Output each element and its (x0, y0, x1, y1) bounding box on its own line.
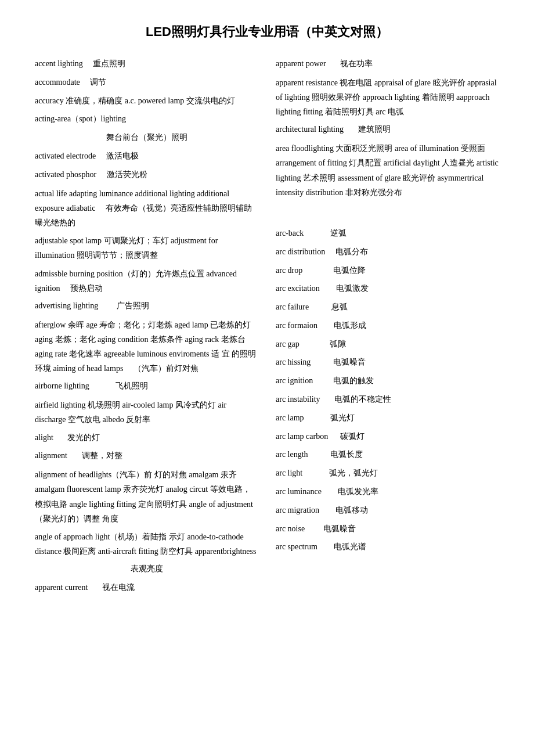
term-en: arc lamp (276, 413, 304, 422)
term-en: arc instability (276, 395, 320, 404)
term-zh: 息弧 (331, 303, 348, 311)
list-item: actual life adapting luminance additiona… (35, 186, 258, 231)
list-item: arc lamp 弧光灯 (276, 411, 499, 425)
list-item: arc formaion 电弧形成 (276, 319, 499, 333)
list-item: airfield lighting 机场照明 air-cooled lamp 风… (35, 398, 258, 427)
list-item: architectural lighting 建筑照明 (276, 123, 499, 136)
term-en: arc distribution (276, 247, 325, 256)
term-en: arc length (276, 450, 308, 459)
list-item: afterglow 余晖 age 寿命；老化；灯老炼 aged lamp 已老炼… (35, 318, 258, 376)
term-zh: 电弧形成 (334, 321, 366, 330)
term-zh: 调节 (90, 78, 106, 87)
term-zh: 调整，对整 (82, 451, 122, 460)
term-zh: 视在功率 (340, 59, 373, 68)
list-item: arc failure 息弧 (276, 300, 499, 314)
term-en: accent lighting (35, 59, 83, 68)
term-en: arc lamp carbon (276, 432, 328, 441)
term-zh: 电弧光谱 (334, 542, 366, 551)
right-column: apparent power 视在功率 apparent resistance … (276, 57, 499, 599)
list-item: alignment of headlights（汽车）前 灯的对焦 amalga… (35, 467, 258, 526)
term-zh: 舞台前台（聚光）照明 (106, 133, 187, 142)
term-zh: 电弧激发 (336, 284, 369, 293)
spacer (276, 203, 499, 226)
term-en: apparent current (35, 583, 88, 592)
term-zh: （汽车）前灯对焦 (134, 364, 199, 373)
term-zh: 重点照明 (93, 59, 125, 68)
list-item: arc light 弧光，弧光灯 (276, 466, 499, 480)
term-en: arc hissing (276, 358, 311, 366)
term-zh: 发光的灯 (67, 433, 100, 442)
term-en: arc luminance (276, 487, 322, 496)
term-zh: 电弧位降 (333, 266, 366, 275)
term-en: advertising lighting (35, 301, 98, 310)
term-zh: 建筑照明 (358, 125, 391, 134)
term-en: arc gap (276, 340, 300, 348)
term-en: airborne lighting (35, 381, 89, 390)
list-item: advertising lighting 广告照明 (35, 299, 258, 313)
term-zh: 激活荧光粉 (107, 170, 147, 179)
term-en: arc ignition (276, 376, 313, 385)
list-item: airborne lighting 飞机照明 (35, 379, 258, 393)
term-block: apparent resistance 视在电阻 appraisal of gl… (276, 78, 497, 116)
term-zh: 弧光灯 (330, 413, 355, 422)
list-item: arc hissing 电弧噪音 (276, 355, 499, 369)
term-block: alignment of headlights（汽车）前 灯的对焦 amalga… (35, 470, 253, 523)
list-item: 舞台前台（聚光）照明 (35, 131, 258, 145)
term-en: alight (35, 433, 53, 442)
list-item: apparent resistance 视在电阻 appraisal of gl… (276, 75, 499, 120)
list-item: alight 发光的灯 (35, 431, 258, 445)
list-item: apparent current 视在电流 (35, 581, 258, 595)
term-block: admissble burning position（灯的）允许燃点位置 adv… (35, 269, 237, 293)
term-en: activated phosphor (35, 170, 96, 179)
term-zh: 电弧噪音 (333, 358, 366, 366)
term-zh: 视在电流 (102, 583, 135, 592)
list-item: arc length 电弧长度 (276, 448, 499, 462)
term-en: arc light (276, 469, 302, 477)
list-item: activated electrode 激活电极 (35, 149, 258, 163)
list-item: arc migration 电弧移动 (276, 503, 499, 517)
term-block: adjustable spot lamp 可调聚光灯；车灯 adjustment… (35, 236, 218, 260)
term-zh: 电弧移动 (335, 506, 368, 514)
list-item: apparent power 视在功率 (276, 57, 499, 71)
term-zh: 电弧发光率 (338, 487, 378, 496)
term-en: accuracy 准确度，精确度 a.c. powered lamp 交流供电的… (35, 96, 235, 105)
list-item: admissble burning position（灯的）允许燃点位置 adv… (35, 267, 258, 296)
list-item: arc excitation 电弧激发 (276, 282, 499, 296)
term-en: arc migration (276, 506, 319, 514)
list-item: 表观亮度 (35, 562, 258, 576)
term-zh: 弧隙 (330, 340, 346, 348)
term-zh: 弧光，弧光灯 (329, 469, 378, 477)
list-item: arc ignition 电弧的触发 (276, 374, 499, 388)
list-item: alignment 调整，对整 (35, 449, 258, 463)
term-block: angle of approach light（机场）着陆指 示灯 anode-… (35, 532, 256, 556)
list-item: arc spectrum 电弧光谱 (276, 540, 499, 554)
term-en: arc failure (276, 303, 309, 311)
term-zh: 表观亮度 (131, 564, 163, 573)
list-item: arc distribution 电弧分布 (276, 245, 499, 259)
term-en: arc formaion (276, 321, 317, 330)
term-en: arc spectrum (276, 542, 317, 551)
term-zh: 电弧噪音 (323, 524, 356, 533)
term-en: accommodate (35, 78, 80, 87)
term-en: acting-area（spot）lighting (35, 114, 126, 123)
term-zh: 逆弧 (330, 229, 347, 237)
list-item: angle of approach light（机场）着陆指 示灯 anode-… (35, 530, 258, 559)
list-item: arc noise 电弧噪音 (276, 522, 499, 536)
list-item: arc luminance 电弧发光率 (276, 485, 499, 499)
list-item: arc gap 弧隙 (276, 337, 499, 351)
term-zh: 飞机照明 (116, 381, 148, 390)
list-item: arc lamp carbon 碳弧灯 (276, 430, 499, 444)
term-zh: 电弧长度 (330, 450, 363, 459)
list-item: accuracy 准确度，精确度 a.c. powered lamp 交流供电的… (35, 94, 258, 108)
term-zh: 电弧的触发 (333, 376, 374, 385)
content-wrapper: accent lighting 重点照明 accommodate 调节 accu… (35, 57, 499, 599)
page-title: LED照明灯具行业专业用语（中英文对照） (35, 23, 499, 41)
term-en: architectural lighting (276, 125, 344, 134)
term-zh: 碳弧灯 (340, 432, 365, 441)
term-zh: 预热启动 (70, 284, 103, 293)
term-en: alignment (35, 451, 67, 460)
list-item: arc drop 电弧位降 (276, 264, 499, 278)
list-item: accent lighting 重点照明 (35, 57, 258, 71)
term-zh: 电弧的不稳定性 (334, 395, 391, 404)
list-item: acting-area（spot）lighting (35, 112, 258, 126)
